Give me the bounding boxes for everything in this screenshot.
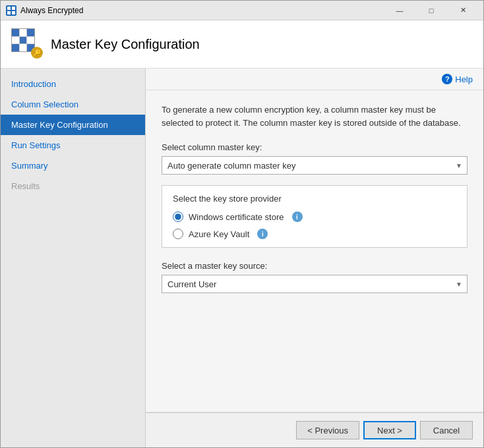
window-title: Always Encrypted	[20, 6, 384, 15]
key-store-group: Select the key store provider Windows ce…	[162, 185, 468, 248]
azure-key-vault-radio[interactable]	[173, 229, 183, 239]
cancel-button[interactable]: Cancel	[420, 421, 473, 439]
main-layout: Introduction Column Selection Master Key…	[1, 69, 483, 447]
sidebar-item-column-selection[interactable]: Column Selection	[1, 94, 145, 115]
svg-rect-3	[12, 11, 15, 14]
master-key-source-field: Select a master key source: Current User…	[162, 261, 468, 293]
minimize-button[interactable]: —	[384, 1, 415, 20]
column-master-key-wrapper: Auto generate column master key Select e…	[162, 156, 468, 175]
azure-key-vault-label: Azure Key Vault	[189, 229, 249, 239]
page-title: Master Key Configuration	[51, 37, 200, 52]
key-store-group-title: Select the key store provider	[173, 194, 456, 204]
master-key-source-wrapper: Current User Local Machine ▼	[162, 275, 468, 293]
sidebar: Introduction Column Selection Master Key…	[1, 69, 146, 447]
window-controls: — □ ✕	[384, 1, 478, 20]
windows-cert-label: Windows certificate store	[189, 212, 284, 222]
windows-cert-info-icon[interactable]: i	[292, 211, 303, 222]
windows-cert-radio[interactable]	[173, 211, 183, 222]
column-master-key-label: Select column master key:	[162, 142, 468, 152]
next-button[interactable]: Next >	[363, 421, 416, 439]
sidebar-item-introduction[interactable]: Introduction	[1, 74, 145, 94]
help-link[interactable]: ? Help	[442, 74, 473, 84]
svg-rect-0	[7, 7, 11, 10]
sidebar-item-summary[interactable]: Summary	[1, 155, 145, 176]
title-bar: Always Encrypted — □ ✕	[1, 1, 483, 20]
footer: < Previous Next > Cancel	[146, 412, 483, 447]
content-body: To generate a new column encryption key,…	[146, 90, 483, 412]
sidebar-item-master-key-configuration[interactable]: Master Key Configuration	[1, 115, 145, 135]
master-key-source-select[interactable]: Current User Local Machine	[162, 275, 468, 293]
previous-button[interactable]: < Previous	[296, 421, 359, 439]
sidebar-item-run-settings[interactable]: Run Settings	[1, 135, 145, 155]
column-master-key-select[interactable]: Auto generate column master key Select e…	[162, 156, 468, 175]
content-header: ? Help	[146, 69, 483, 90]
azure-key-vault-info-icon[interactable]: i	[257, 229, 268, 239]
sidebar-item-results: Results	[1, 176, 145, 196]
header-icon: 🔑	[11, 28, 43, 60]
content-area: ? Help To generate a new column encrypti…	[146, 69, 483, 447]
windows-cert-option[interactable]: Windows certificate store i	[173, 211, 456, 222]
help-icon: ?	[442, 74, 452, 84]
main-window: Always Encrypted — □ ✕ 🔑 Master Key Conf…	[0, 0, 484, 448]
key-badge-icon: 🔑	[31, 47, 43, 59]
master-key-source-label: Select a master key source:	[162, 261, 468, 271]
svg-rect-2	[7, 11, 11, 14]
app-icon	[6, 5, 16, 16]
column-master-key-field: Select column master key: Auto generate …	[162, 142, 468, 175]
maximize-button[interactable]: □	[416, 1, 446, 20]
description-text: To generate a new column encryption key,…	[162, 103, 468, 129]
azure-key-vault-option[interactable]: Azure Key Vault i	[173, 229, 456, 239]
radio-group: Windows certificate store i Azure Key Va…	[173, 211, 456, 239]
help-label: Help	[455, 74, 473, 84]
app-header: 🔑 Master Key Configuration	[1, 20, 483, 69]
svg-rect-1	[12, 7, 15, 10]
close-button[interactable]: ✕	[448, 1, 478, 20]
